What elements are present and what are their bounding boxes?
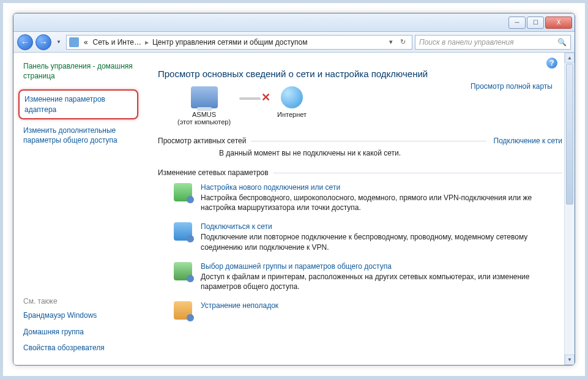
- troubleshoot-icon: [174, 301, 192, 320]
- location-icon: [69, 37, 79, 47]
- search-input[interactable]: Поиск в панели управления 🔍: [415, 35, 571, 50]
- see-also-internet-options[interactable]: Свойства обозревателя: [23, 343, 138, 353]
- search-icon: 🔍: [557, 38, 567, 47]
- connection-line: ✕: [239, 97, 269, 100]
- content: ? Просмотр основных сведений о сети и на…: [146, 53, 575, 365]
- section-change-settings: Изменение сетевых параметров Настройка н…: [158, 168, 562, 320]
- scroll-up[interactable]: ▲: [565, 53, 575, 63]
- navbar: ← → ▼ « Сеть и Инте… ▸ Центр управления …: [13, 32, 575, 53]
- action-connect-network[interactable]: Подключиться к сети Подключение или повт…: [174, 222, 562, 252]
- address-dropdown[interactable]: ▾: [385, 38, 396, 46]
- sidebar-link-adapter[interactable]: Изменение параметров адаптера: [18, 89, 138, 119]
- sidebar: Панель управления - домашняя страница Из…: [13, 53, 146, 365]
- action-title: Настройка нового подключения или сети: [201, 183, 562, 192]
- not-connected-text: В данный момент вы не подключены ни к ка…: [158, 149, 562, 157]
- scrollbar[interactable]: ▲ ▼: [564, 53, 575, 365]
- see-also-homegroup[interactable]: Домашняя группа: [23, 327, 138, 337]
- action-troubleshoot[interactable]: Устранение неполадок: [174, 301, 562, 320]
- connect-network-icon: [174, 222, 192, 241]
- scroll-thumb[interactable]: [566, 64, 573, 205]
- connect-to-network-link[interactable]: Подключение к сети: [494, 137, 562, 145]
- help-icon[interactable]: ?: [546, 58, 557, 69]
- action-title: Устранение неполадок: [201, 301, 278, 310]
- address-bar[interactable]: « Сеть и Инте… ▸ Центр управления сетями…: [66, 35, 412, 50]
- search-placeholder: Поиск в панели управления: [419, 38, 514, 47]
- network-diagram: ASMUS (этот компьютер) ✕ Интернет: [177, 86, 562, 126]
- see-also-heading: См. также: [23, 297, 138, 306]
- section-active-title: Просмотр активных сетей: [158, 137, 246, 145]
- action-homegroup[interactable]: Выбор домашней группы и параметров общег…: [174, 262, 562, 291]
- node-pc-label: ASMUS: [177, 111, 231, 118]
- see-also-firewall[interactable]: Брандмауэр Windows: [23, 310, 138, 320]
- disconnected-icon: ✕: [260, 92, 271, 103]
- computer-icon: [191, 86, 218, 108]
- minimize-button[interactable]: ─: [508, 17, 526, 29]
- window: ─ ☐ X ← → ▼ « Сеть и Инте… ▸ Центр управ…: [13, 13, 575, 366]
- close-button[interactable]: X: [545, 17, 572, 29]
- sidebar-link-sharing[interactable]: Изменить дополнительные параметры общего…: [23, 126, 138, 145]
- page-title: Просмотр основных сведений о сети и наст…: [158, 69, 562, 79]
- body: Панель управления - домашняя страница Из…: [13, 53, 575, 365]
- node-this-pc: ASMUS (этот компьютер): [177, 86, 231, 126]
- action-new-connection[interactable]: Настройка нового подключения или сети На…: [174, 183, 562, 212]
- globe-icon: [281, 86, 303, 108]
- node-internet-label: Интернет: [277, 111, 307, 118]
- homegroup-icon: [174, 262, 192, 280]
- forward-button[interactable]: →: [35, 34, 51, 50]
- sidebar-home[interactable]: Панель управления - домашняя страница: [23, 61, 138, 81]
- titlebar: ─ ☐ X: [13, 13, 575, 32]
- action-desc: Доступ к файлам и принтерам, расположенн…: [201, 272, 562, 291]
- action-desc: Подключение или повторное подключение к …: [201, 232, 562, 252]
- action-title: Выбор домашней группы и параметров общег…: [201, 262, 562, 271]
- section-active-networks: Просмотр активных сетей Подключение к се…: [158, 137, 562, 157]
- node-internet: Интернет: [277, 86, 307, 118]
- breadcrumb-sep: ▸: [144, 38, 150, 47]
- new-connection-icon: [174, 183, 192, 201]
- breadcrumb-1[interactable]: Сеть и Инте…: [91, 38, 144, 47]
- back-button[interactable]: ←: [17, 34, 33, 50]
- breadcrumb-2[interactable]: Центр управления сетями и общим доступом: [150, 38, 310, 47]
- history-dropdown[interactable]: ▼: [54, 39, 64, 45]
- refresh-button[interactable]: ↻: [396, 38, 409, 46]
- action-title: Подключиться к сети: [201, 222, 562, 231]
- maximize-button[interactable]: ☐: [527, 17, 544, 29]
- scroll-down[interactable]: ▼: [565, 355, 575, 365]
- breadcrumb-prefix: «: [81, 38, 91, 47]
- section-change-title: Изменение сетевых параметров: [158, 168, 269, 177]
- action-desc: Настройка беспроводного, широкополосного…: [201, 193, 562, 212]
- node-pc-sublabel: (этот компьютер): [177, 118, 231, 126]
